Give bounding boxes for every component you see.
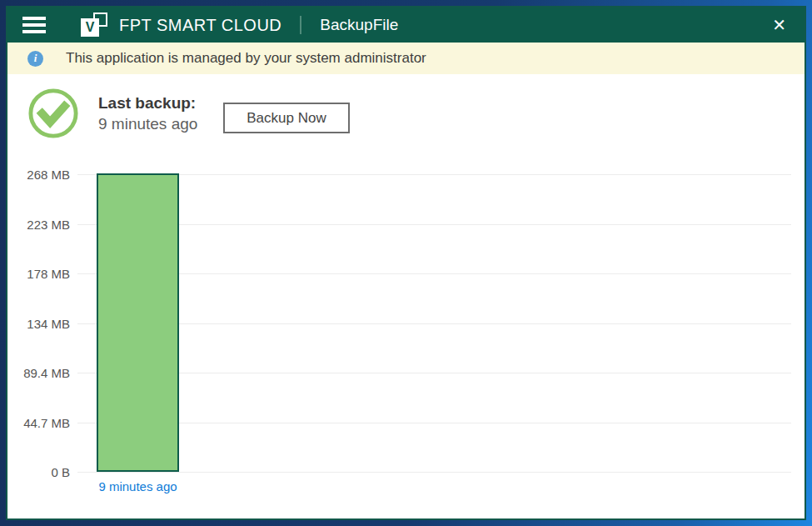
- brand-name: FPT SMART CLOUD: [119, 16, 281, 35]
- backup-size-chart: 268 MB 223 MB 178 MB 134 MB 89.4 MB 44.7…: [7, 74, 805, 518]
- gridline: 223 MB: [77, 224, 791, 225]
- y-axis-tick: 134 MB: [27, 317, 70, 331]
- logo-letter: V: [81, 18, 99, 37]
- close-icon[interactable]: ✕: [767, 15, 791, 35]
- y-axis-tick: 44.7 MB: [23, 416, 70, 430]
- app-window: V FPT SMART CLOUD BackupFile ✕ i This ap…: [6, 6, 806, 520]
- titlebar: V FPT SMART CLOUD BackupFile ✕: [7, 8, 805, 43]
- y-axis-tick: 178 MB: [27, 267, 70, 281]
- titlebar-divider: [300, 16, 301, 34]
- y-axis-tick: 89.4 MB: [23, 366, 70, 380]
- gridline: 89.4 MB: [77, 373, 791, 373]
- gridline: 178 MB: [77, 273, 791, 274]
- y-axis-tick: 0 B: [51, 465, 70, 479]
- info-icon: i: [27, 51, 43, 67]
- app-name: BackupFile: [320, 16, 398, 34]
- y-axis-tick: 223 MB: [27, 218, 70, 232]
- gridline: 268 MB: [77, 174, 791, 175]
- hamburger-menu-icon[interactable]: [22, 15, 47, 35]
- gridline: 0 B: [77, 472, 791, 473]
- x-axis-category-link[interactable]: 9 minutes ago: [90, 478, 186, 496]
- brand-logo-icon: V: [81, 13, 109, 38]
- main-content: Last backup: 9 minutes ago Backup Now 26…: [7, 74, 805, 518]
- desktop-background: V FPT SMART CLOUD BackupFile ✕ i This ap…: [0, 0, 812, 526]
- admin-notice-text: This application is managed by your syst…: [66, 50, 426, 67]
- gridline: 134 MB: [77, 323, 791, 324]
- y-axis-tick: 268 MB: [27, 168, 70, 182]
- backup-size-bar[interactable]: [97, 173, 179, 472]
- gridline: 44.7 MB: [77, 423, 791, 423]
- admin-notice-bar: i This application is managed by your sy…: [7, 43, 805, 74]
